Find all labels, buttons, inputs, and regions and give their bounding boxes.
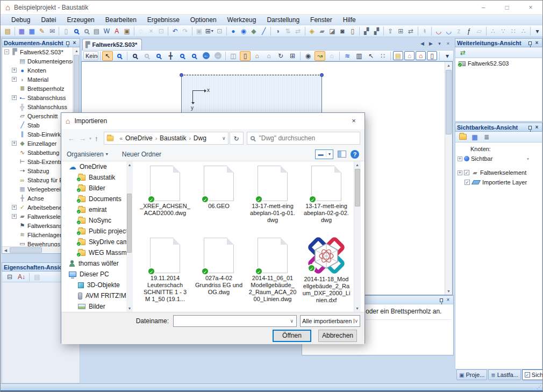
workplane-dropdown[interactable]: Keine Arbeitseben ▾	[83, 51, 98, 60]
node-select-button[interactable]: ◉	[239, 26, 248, 36]
nav-forward-button[interactable]: →	[212, 51, 223, 61]
breadcrumb-item-baustatik[interactable]: Baustatik	[160, 134, 186, 142]
support-button[interactable]: ◆	[249, 26, 258, 36]
filetype-dropdown[interactable]: Alle importierbaren Dateien (*.( ∨	[300, 315, 360, 327]
new-document-button[interactable]: ▤	[3, 26, 12, 36]
toolbar-overflow-button[interactable]: ▾	[533, 26, 542, 36]
slab-select-button[interactable]: ◪	[327, 26, 337, 36]
menu-item-bearbeiten[interactable]: Bearbeiten	[100, 15, 142, 25]
nav-forward-button[interactable]: →	[79, 134, 86, 142]
scroll-tabs-left-button[interactable]: ◀	[419, 40, 426, 48]
scrollbar-thumb[interactable]	[127, 194, 132, 253]
scroll-down-icon[interactable]: ▼	[354, 305, 361, 312]
slab-element-button[interactable]: ▰	[318, 26, 327, 36]
comments-button[interactable]: ✉	[48, 26, 57, 36]
close-button[interactable]: ×	[519, 1, 542, 15]
opening-button[interactable]: ▯	[348, 26, 357, 36]
checkbox-checked-icon[interactable]: ✓	[465, 180, 470, 185]
close-icon[interactable]: ×	[533, 40, 540, 46]
node-move-button[interactable]: ⇅	[283, 26, 292, 36]
tree-item-stabanschluss[interactable]: +•–Stabanschluss	[2, 93, 80, 102]
machine-2-button[interactable]: ▞	[372, 26, 381, 36]
save-button[interactable]: ▦	[27, 26, 37, 36]
zoom-in-button[interactable]	[153, 51, 164, 61]
section-view-button[interactable]: ◙	[338, 26, 347, 36]
nodes-group-2-button[interactable]: ∵	[499, 26, 508, 36]
redo-button[interactable]: ↷	[181, 26, 190, 36]
visibility-row-importierte-layer[interactable]: ✓ Importierte Layer	[455, 177, 542, 187]
view-mode-button[interactable]: ▬ ▼	[315, 149, 333, 159]
categorize-button[interactable]: ⊟	[4, 272, 15, 282]
close-tab-button[interactable]: ×	[445, 40, 452, 48]
sidebar-item-bilder[interactable]: ✓Bilder	[61, 183, 133, 194]
sidebar-item-bilder[interactable]: Bilder	[61, 301, 133, 312]
organize-button[interactable]: Organisieren▾	[67, 151, 108, 158]
refresh-forwarding-button[interactable]: ⇄	[458, 48, 468, 58]
load-z-button[interactable]: z	[454, 26, 463, 36]
sidebar-item-public-projects[interactable]: ✓Public projects	[61, 226, 133, 237]
pin-icon[interactable]	[528, 41, 532, 45]
node-button[interactable]: ●	[229, 26, 238, 36]
view-front-button[interactable]: ▯	[240, 51, 251, 61]
export-image-button[interactable]: ▣	[123, 26, 132, 36]
file-item[interactable]: ✓13-17-mett-eing abeplan-02-g-02. dwg	[299, 163, 353, 236]
sidebar-item-skydrive-came[interactable]: ✓SkyDrive came	[61, 237, 133, 247]
file-item[interactable]: ✓2014-11-18_Mod ellgebäude_2_Ra um_DXF_2…	[299, 236, 353, 308]
cancel-button[interactable]: Abbrechen	[318, 330, 357, 342]
menu-item-hilfe[interactable]: Hilfe	[338, 15, 361, 25]
tree-item-material[interactable]: +◗Material	[2, 75, 80, 84]
file-item[interactable]: ✓06.GEO	[192, 163, 246, 236]
zoom-dynamic-button[interactable]	[177, 51, 188, 61]
expander-icon[interactable]: +	[458, 170, 462, 175]
plane-load-button[interactable]: ▱	[475, 26, 484, 36]
file-item[interactable]: ✓19.11.2014 Leuterschach SCHNITTE 1 - 3 …	[138, 236, 192, 308]
expander-icon[interactable]: +	[12, 205, 17, 210]
expander-icon[interactable]: +	[12, 77, 17, 82]
zoom-out-button[interactable]	[189, 51, 199, 61]
file-item[interactable]: ✓027a-4-02 Grundriss EG und OG.dwg	[192, 236, 246, 308]
scrollbar-thumb[interactable]	[355, 169, 360, 206]
drawbar-overflow-button[interactable]: ▾	[442, 51, 453, 61]
scroll-up-icon[interactable]: ▲	[73, 47, 80, 54]
help-button[interactable]: ?	[351, 150, 359, 159]
tree-item-stahlanschluss[interactable]: ╬Stahlanschluss	[2, 102, 80, 111]
refresh-button[interactable]: ↻	[230, 132, 244, 145]
sidebar-item-baustatik[interactable]: ✓Baustatik	[61, 172, 133, 183]
page-button[interactable]: ▯	[61, 26, 70, 36]
member-button[interactable]: ╱	[259, 26, 268, 36]
scroll-up-icon[interactable]: ▲	[354, 161, 361, 168]
pan-button[interactable]: ╋	[165, 51, 176, 61]
view-preset-3-button[interactable]: ⌂	[416, 51, 426, 60]
sidebar-scrollbar[interactable]: ▲ ▼	[126, 161, 133, 312]
rotate-view-button[interactable]: ↻	[275, 51, 286, 61]
machine-1-button[interactable]: ▞	[362, 26, 371, 36]
nodes-group-4-button[interactable]: ∴	[519, 26, 528, 36]
dropdown-arrow-icon[interactable]: ▾	[527, 156, 529, 161]
menu-item-datei[interactable]: Datei	[35, 15, 61, 25]
visibility-row-sichtbar[interactable]: + Sichtbar ▾	[455, 154, 542, 163]
line-load-blue-button[interactable]: ◡	[444, 26, 453, 36]
line-load-red-button[interactable]: ◡	[434, 26, 443, 36]
pin-icon[interactable]	[528, 126, 532, 130]
lift-element-button[interactable]: ⇪	[386, 26, 395, 36]
view-preset-2-button[interactable]: ⌂	[404, 51, 415, 60]
dialog-close-button[interactable]: ×	[343, 113, 365, 129]
zoom-window-button[interactable]	[114, 51, 125, 61]
open-button[interactable]: Öffnen	[273, 330, 311, 342]
tree-item-knoten[interactable]: +●Knoten	[2, 66, 80, 75]
canvas-vertical-scrollbar[interactable]: ▲ ▼	[445, 62, 452, 295]
dimension-button[interactable]: ∷	[377, 51, 388, 61]
search-input[interactable]: "Dwg" durchsuchen	[247, 132, 360, 145]
visibility-row-faltwerkselement[interactable]: + ✓ ▰ Faltwerkselement	[455, 168, 542, 177]
raster-settings-button[interactable]: ⊞▾	[205, 26, 214, 36]
menu-item-ergebnisse[interactable]: Ergebnisse	[142, 15, 185, 25]
menu-item-werkzeug[interactable]: Werkzeug	[222, 15, 262, 25]
edit-document-button[interactable]: ✎	[38, 26, 47, 36]
expander-icon[interactable]: +	[12, 141, 17, 146]
pin-icon[interactable]	[66, 41, 69, 45]
expander-icon[interactable]: −	[4, 49, 9, 54]
nav-history-dropdown[interactable]: ▾	[89, 136, 91, 141]
save-visibility-button[interactable]: ▦	[469, 132, 480, 142]
undo-button[interactable]: ↶	[170, 26, 180, 36]
dropdown-arrow-icon[interactable]: ▼	[326, 152, 333, 156]
